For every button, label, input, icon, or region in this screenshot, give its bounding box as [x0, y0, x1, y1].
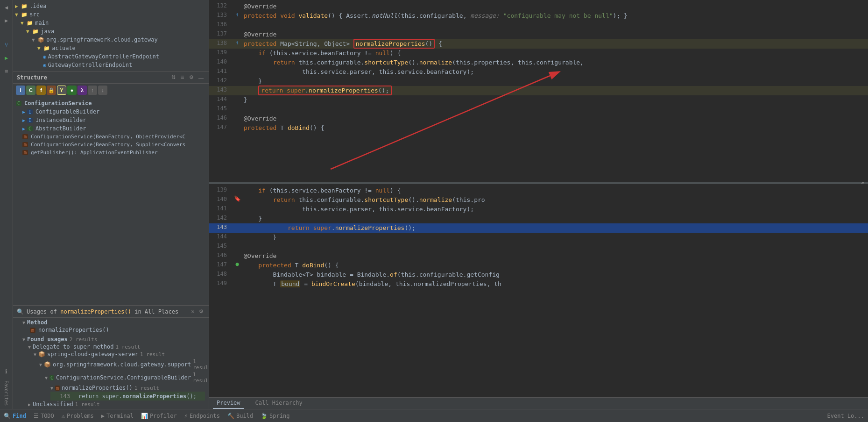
structure-vert-icon[interactable]: ≡	[1, 65, 12, 77]
struct-item-instancebuilder[interactable]: ▶ I InstanceBuilder	[13, 116, 209, 124]
status-problems[interactable]: ⚠ Problems	[62, 413, 94, 419]
icon-green-btn[interactable]: ●	[67, 86, 77, 95]
line-code-139-bot: if (this.service.beanFactory != null) {	[242, 186, 868, 195]
normalize-method-item[interactable]: m normalizeProperties()	[22, 326, 205, 334]
tree-label-org: org.springframework.cloud.gateway	[46, 36, 157, 43]
icon-highlight-btn[interactable]: Y	[57, 86, 66, 95]
tree-item-abstractgateway[interactable]: ◉ AbstractGatewayControllerEndpoint	[13, 52, 209, 61]
find-status-icon: 🔍	[4, 413, 11, 419]
line-code-141-bot: this.service.parser, this.service.beanFa…	[242, 205, 868, 214]
line-num-146-bot: 146	[209, 251, 233, 258]
status-event-log[interactable]: Event Lo...	[827, 413, 864, 419]
tree-item-main[interactable]: ▼ 📁 main	[13, 19, 209, 27]
struct-label-constructor1: ConfigurationService(BeanFactory, Object…	[31, 134, 185, 140]
icon-down-btn[interactable]: ↓	[98, 86, 107, 95]
find-header: 🔍 Usages of normalizeProperties() in All…	[13, 306, 209, 318]
status-endpoints[interactable]: ⚡ Endpoints	[184, 413, 220, 419]
spring-cloud-item[interactable]: ▼ 📦 spring-cloud-gateway-server 1 result	[28, 350, 205, 358]
find-close-btn[interactable]: ×	[191, 308, 195, 315]
struct-icon-method3: m	[22, 150, 28, 155]
vcs-icon[interactable]: ⑂	[1, 39, 12, 50]
line-code-133: protected void validate() { Assert.notNu…	[242, 11, 868, 21]
tree-item-idea[interactable]: ▶ 📁 .idea	[13, 2, 209, 10]
tab-preview[interactable]: Preview	[213, 398, 244, 409]
class-icon-gateway: ◉	[43, 62, 46, 68]
spring-icon: 🍃	[261, 413, 268, 419]
expand-config: ▼	[45, 375, 48, 380]
tree-item-org[interactable]: ▼ 📦 org.springframework.cloud.gateway	[13, 36, 209, 44]
icon-interface-btn[interactable]: I	[16, 86, 25, 95]
struct-item-configservice[interactable]: C ConfigurationService	[13, 99, 209, 107]
icon-up-btn[interactable]: ↑	[88, 86, 97, 95]
config-builder-item[interactable]: ▼ C ConfigurationService.ConfigurableBui…	[39, 371, 205, 384]
delegate-item[interactable]: ▼ Delegate to super method 1 result	[22, 343, 205, 350]
status-terminal[interactable]: ▶ Terminal	[101, 413, 134, 419]
sort-type-btn[interactable]: ≣	[179, 73, 186, 81]
line-code-147-bot: protected T doBind() {	[242, 261, 868, 270]
expand-method: ▼	[22, 320, 25, 325]
settings-btn[interactable]: ⚙	[188, 73, 195, 81]
expand-spring: ▼	[34, 352, 36, 357]
nav-forward-icon[interactable]: ▶	[1, 15, 12, 26]
tree-item-java[interactable]: ▼ 📁 java	[13, 27, 209, 36]
info-icon[interactable]: ℹ	[1, 366, 12, 377]
line-num-145-bot: 145	[209, 242, 233, 249]
icon-class-btn[interactable]: C	[26, 86, 35, 95]
nav-back-icon[interactable]: ◀	[1, 2, 12, 13]
tree-item-actuate[interactable]: ▼ 📁 actuate	[13, 44, 209, 52]
code-bottom-content[interactable]: 139 if (this.service.beanFactory != null…	[209, 184, 868, 397]
icon-field-btn[interactable]: f	[36, 86, 46, 95]
code-line-145: 145	[209, 105, 868, 114]
struct-icon-class: C	[16, 101, 21, 106]
struct-item-configbuilder[interactable]: ▶ I ConfigurableBuilder	[13, 107, 209, 116]
method-subgroup: m normalizeProperties()	[17, 326, 205, 334]
line-num-142: 142	[209, 77, 233, 84]
expand-unclassified: ▶	[28, 402, 31, 407]
tree-label-actuate: actuate	[52, 45, 76, 51]
status-find[interactable]: 🔍 Find	[4, 413, 26, 419]
tree-item-src[interactable]: ▼ 📁 src	[13, 10, 209, 19]
struct-item-constructor1[interactable]: m ConfigurationService(BeanFactory, Obje…	[13, 133, 209, 141]
struct-item-constructor2[interactable]: m ConfigurationService(BeanFactory, Supp…	[13, 141, 209, 149]
found-usages-label[interactable]: ▼ Found usages 2 results	[17, 336, 205, 343]
status-spring[interactable]: 🍃 Spring	[261, 413, 289, 419]
code-top-view[interactable]: 132 @Override 133 ↑ protected void valid…	[209, 0, 868, 182]
struct-label-getpublisher: getPublisher(): ApplicationEventPublishe…	[31, 150, 158, 156]
line143-highlight: normalizeProperties	[122, 393, 186, 400]
status-build[interactable]: 🔨 Build	[227, 413, 253, 419]
status-profiler[interactable]: 📊 Profiler	[141, 413, 177, 419]
icon-lock-btn[interactable]: 🔒	[47, 86, 56, 95]
run-icon[interactable]: ▶	[1, 52, 12, 64]
org-pkg-item[interactable]: ▼ 📦 org.springframework.cloud.gateway.su…	[34, 358, 205, 371]
line-code-148-bot: Bindable<T> bindable = Bindable.of(this.…	[242, 270, 868, 279]
find-bar: 🔍 Usages of normalizeProperties() in All…	[13, 305, 209, 409]
struct-item-abstractbuilder[interactable]: ▶ C AbstractBuilder	[13, 124, 209, 133]
code-line-144-bot: 144 }	[209, 233, 868, 242]
find-group-found: ▼ Found usages 2 results ▼ Delegate to s…	[13, 335, 209, 409]
unclassified-item[interactable]: ▶ Unclassified 1 result	[22, 401, 205, 408]
close-structure-btn[interactable]: —	[197, 74, 205, 81]
line143-item[interactable]: 143 return super.normalizeProperties();	[50, 392, 205, 401]
code-line-141-bot: 141 this.service.parser, this.service.be…	[209, 205, 868, 214]
code-line-142-bot: 142 }	[209, 214, 868, 223]
module-icon: 📦	[38, 351, 45, 358]
find-group-method-label[interactable]: ▼ Method	[17, 319, 205, 326]
struct-item-getpublisher[interactable]: m getPublisher(): ApplicationEventPublis…	[13, 149, 209, 157]
class-icon-abstract: ◉	[43, 54, 46, 60]
line-code-137: @Override	[242, 30, 868, 39]
tab-call-hierarchy[interactable]: Call Hierarchy	[252, 398, 306, 409]
status-todo[interactable]: ☰ TODO	[34, 413, 54, 419]
icon-lambda-btn[interactable]: λ	[78, 86, 87, 95]
line-code-143-top: return super.normalizeProperties();	[242, 86, 868, 95]
line-num-141: 141	[209, 67, 233, 74]
sort-alpha-btn[interactable]: ⇅	[170, 73, 177, 81]
tree-item-gatewaycontroller[interactable]: ◉ GatewayControllerEndpoint	[13, 61, 209, 69]
favorites-icon[interactable]: Favorites	[1, 379, 12, 407]
line-num-147-bot: 147	[209, 261, 233, 268]
np-method-item[interactable]: ▼ m normalizeProperties() 1 result	[45, 384, 205, 392]
problems-label: Problems	[67, 413, 94, 419]
line-num-147: 147	[209, 123, 233, 130]
find-settings-btn[interactable]: ⚙	[198, 308, 205, 315]
terminal-icon: ▶	[101, 413, 105, 419]
line-code-138: protected Map<String, Object> normalizeP…	[242, 39, 868, 49]
